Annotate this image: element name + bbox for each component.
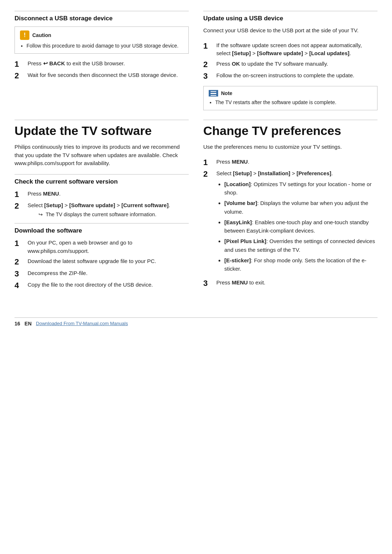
note-line-3 bbox=[211, 95, 216, 96]
step-content-2: Wait for five seconds then disconnect th… bbox=[28, 71, 189, 79]
note-label: Note bbox=[221, 90, 232, 96]
prefs-rule bbox=[203, 120, 377, 120]
update-tv-left: Update the TV software Philips continuou… bbox=[15, 120, 189, 295]
update-usb-intro: Connect your USB device to the USB port … bbox=[203, 26, 377, 35]
change-prefs-big-heading: Change TV preferences bbox=[203, 124, 377, 138]
caution-header: ! Caution bbox=[20, 30, 183, 40]
usb-step-num-2: 2 bbox=[203, 60, 214, 69]
update-tv-intro: Philips continuously tries to improve it… bbox=[15, 143, 189, 168]
usb-step-content-3: Follow the on-screen instructions to com… bbox=[216, 71, 377, 80]
update-tv-rule bbox=[15, 120, 189, 120]
dl-step-1: 1 On your PC, open a web browser and go … bbox=[15, 239, 189, 255]
disconnect-steps: 1 Press ↩ BACK to exit the USB browser. … bbox=[15, 59, 189, 81]
usb-step-num-1: 1 bbox=[203, 41, 214, 51]
dl-step-num-3: 3 bbox=[15, 269, 25, 279]
pref-step-num-1: 1 bbox=[203, 158, 214, 167]
pref-step-num-3: 3 bbox=[203, 279, 214, 288]
footer-link[interactable]: Downloaded From TV-Manual.com Manuals bbox=[36, 321, 128, 326]
dl-step-content-3: Decompress the ZIP-file. bbox=[28, 269, 189, 278]
usb-step-3: 3 Follow the on-screen instructions to c… bbox=[203, 71, 377, 81]
pref-bullet-3: [EasyLink]: Enables one-touch play and o… bbox=[224, 218, 377, 235]
usb-step-content-2: Press OK to update the TV software manua… bbox=[216, 60, 377, 68]
step-1: 1 Press ↩ BACK to exit the USB browser. bbox=[15, 59, 189, 69]
dl-step-num-4: 4 bbox=[15, 281, 25, 290]
change-prefs-intro: Use the preferences menu to customize yo… bbox=[203, 143, 377, 151]
pref-bullet-5: [E-sticker]: For shop mode only. Sets th… bbox=[224, 256, 377, 273]
cv-step-content-2: Select [Setup] > [Software update] > [Cu… bbox=[28, 202, 170, 208]
dl-step-content-4: Copy the file to the root directory of t… bbox=[28, 281, 189, 289]
update-usb-section: Update using a USB device Connect your U… bbox=[203, 11, 377, 116]
cv-step-content-1: Press MENU. bbox=[28, 190, 189, 198]
cv-step-2-sub-text: The TV displays the current software inf… bbox=[46, 211, 156, 218]
prefs-steps: 1 Press MENU. 2 Select [Setup] > [Instal… bbox=[203, 158, 377, 288]
usb-step-num-3: 3 bbox=[203, 71, 214, 81]
check-version-rule bbox=[15, 174, 189, 175]
dl-step-2: 2 Download the latest software upgrade f… bbox=[15, 257, 189, 267]
update-usb-heading: Update using a USB device bbox=[203, 15, 377, 22]
prefs-bullet-list: [Location]: Optimizes TV settings for yo… bbox=[216, 180, 377, 273]
step-2: 2 Wait for five seconds then disconnect … bbox=[15, 71, 189, 81]
usb-step-2: 2 Press OK to update the TV software man… bbox=[203, 60, 377, 69]
footer-content: 16 EN Downloaded From TV-Manual.com Manu… bbox=[15, 321, 377, 327]
disconnect-section: Disconnect a USB storage device ! Cautio… bbox=[15, 11, 189, 116]
pref-step-num-2: 2 bbox=[203, 169, 214, 179]
page-footer: 16 EN Downloaded From TV-Manual.com Manu… bbox=[15, 317, 377, 327]
pref-step-content-1: Press MENU. bbox=[216, 158, 377, 166]
dl-step-num-2: 2 bbox=[15, 257, 25, 267]
pref-bullet-2: [Volume bar]: Displays the volume bar wh… bbox=[224, 199, 377, 216]
page-lang: EN bbox=[25, 321, 32, 327]
pref-step-1: 1 Press MENU. bbox=[203, 158, 377, 167]
check-version-steps: 1 Press MENU. 2 Select [Setup] > [Softwa… bbox=[15, 190, 189, 218]
step-num-1: 1 bbox=[15, 59, 25, 69]
top-rule-right bbox=[203, 11, 377, 11]
step-num-2: 2 bbox=[15, 71, 25, 81]
download-rule bbox=[15, 223, 189, 223]
usb-step-1: 1 If the software update screen does not… bbox=[203, 41, 377, 58]
caution-icon: ! bbox=[20, 30, 29, 40]
dl-step-3: 3 Decompress the ZIP-file. bbox=[15, 269, 189, 279]
cv-step-num-2: 2 bbox=[15, 201, 25, 211]
footer-rule bbox=[15, 317, 377, 318]
update-usb-steps: 1 If the software update screen does not… bbox=[203, 41, 377, 81]
dl-step-content-1: On your PC, open a web browser and go to… bbox=[28, 239, 189, 255]
cv-step-num-1: 1 bbox=[15, 190, 25, 199]
caution-item: Follow this procedure to avoid damage to… bbox=[26, 42, 183, 50]
caution-box: ! Caution Follow this procedure to avoid… bbox=[15, 26, 189, 54]
cv-step-1: 1 Press MENU. bbox=[15, 190, 189, 199]
caution-list: Follow this procedure to avoid damage to… bbox=[20, 42, 183, 50]
step-content-1: Press ↩ BACK to exit the USB browser. bbox=[28, 59, 189, 68]
pref-bullet-4: [Pixel Plus Link]: Overrides the setting… bbox=[224, 237, 377, 254]
top-rule-left bbox=[15, 11, 189, 11]
note-header: Note bbox=[209, 90, 372, 97]
usb-step-content-1: If the software update screen does not a… bbox=[216, 41, 377, 58]
download-steps: 1 On your PC, open a web browser and go … bbox=[15, 239, 189, 290]
cv-step-2-sub: ↪ The TV displays the current software i… bbox=[38, 211, 189, 218]
dl-step-content-2: Download the latest software upgrade fil… bbox=[28, 257, 189, 266]
pref-step-3: 3 Press MENU to exit. bbox=[203, 279, 377, 288]
arrow-sym: ↪ bbox=[38, 211, 43, 218]
note-line-1 bbox=[211, 91, 216, 92]
note-item: The TV restarts after the software updat… bbox=[215, 99, 372, 106]
dl-step-num-1: 1 bbox=[15, 239, 25, 248]
disconnect-heading: Disconnect a USB storage device bbox=[15, 15, 189, 22]
note-icon bbox=[209, 90, 218, 97]
dl-step-4: 4 Copy the file to the root directory of… bbox=[15, 281, 189, 290]
note-icon-lines bbox=[211, 91, 216, 96]
pref-bullet-1: [Location]: Optimizes TV settings for yo… bbox=[224, 180, 377, 197]
update-tv-big-heading: Update the TV software bbox=[15, 124, 189, 138]
cv-step-2: 2 Select [Setup] > [Software update] > [… bbox=[15, 201, 189, 218]
note-list: The TV restarts after the software updat… bbox=[209, 99, 372, 106]
change-prefs-section: Change TV preferences Use the preference… bbox=[203, 120, 377, 295]
caution-label: Caution bbox=[32, 32, 51, 38]
note-line-2 bbox=[211, 93, 216, 94]
note-box: Note The TV restarts after the software … bbox=[203, 86, 377, 110]
pref-step-2: 2 Select [Setup] > [Installation] > [Pre… bbox=[203, 169, 377, 276]
pref-step-content-3: Press MENU to exit. bbox=[216, 279, 377, 287]
pref-step-content-2: Select [Setup] > [Installation] > [Prefe… bbox=[216, 170, 333, 176]
page-number: 16 bbox=[15, 321, 20, 327]
check-version-heading: Check the current software version bbox=[15, 178, 189, 185]
download-heading: Download the software bbox=[15, 227, 189, 234]
